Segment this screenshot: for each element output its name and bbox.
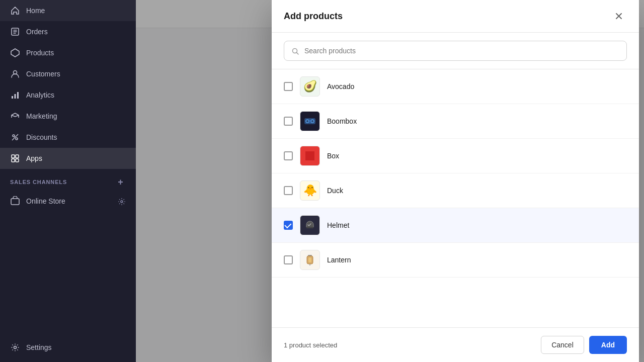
product-thumb-avocado: 🥑 xyxy=(300,76,320,97)
add-button[interactable]: Add xyxy=(589,336,627,354)
sidebar: Home Orders Products Customers xyxy=(0,0,136,362)
search-icon xyxy=(291,46,299,55)
svg-rect-12 xyxy=(16,159,19,162)
home-icon xyxy=(10,6,20,16)
sidebar-item-home-label: Home xyxy=(26,7,45,15)
marketing-icon xyxy=(10,111,20,121)
product-name-box: Box xyxy=(327,152,339,160)
sidebar-item-products[interactable]: Products xyxy=(0,42,136,63)
sidebar-item-settings-label: Settings xyxy=(26,343,52,351)
search-wrapper xyxy=(284,41,627,61)
sidebar-item-home[interactable]: Home xyxy=(0,0,136,21)
svg-rect-9 xyxy=(12,155,15,158)
svg-rect-4 xyxy=(15,94,16,99)
sidebar-item-orders-label: Orders xyxy=(26,28,48,36)
svg-rect-22 xyxy=(306,227,313,228)
customers-icon xyxy=(10,69,20,79)
footer-buttons: Cancel Add xyxy=(541,336,627,354)
add-sales-channel-button[interactable]: + xyxy=(116,177,126,187)
settings-icon xyxy=(10,342,20,352)
sidebar-item-apps-label: Apps xyxy=(26,154,42,162)
online-store-icon xyxy=(10,196,20,206)
sidebar-item-discounts[interactable]: Discounts xyxy=(0,127,136,148)
sales-channels-header: SALES CHANNELS + xyxy=(0,169,136,191)
svg-rect-10 xyxy=(16,155,19,158)
product-checkbox-avocado[interactable] xyxy=(284,82,293,91)
svg-point-7 xyxy=(16,138,18,140)
svg-point-15 xyxy=(14,346,17,349)
product-name-duck: Duck xyxy=(327,187,343,195)
sidebar-item-customers[interactable]: Customers xyxy=(0,63,136,84)
sidebar-item-marketing-label: Marketing xyxy=(26,112,57,120)
sidebar-item-customers-label: Customers xyxy=(26,70,60,78)
product-name-avocado: Avocado xyxy=(327,82,354,90)
sidebar-item-analytics-label: Analytics xyxy=(26,91,54,99)
svg-rect-21 xyxy=(305,151,314,160)
search-input[interactable] xyxy=(304,47,619,55)
modal-close-button[interactable] xyxy=(611,8,627,24)
modal-footer: 1 product selected Cancel Add xyxy=(272,327,639,362)
product-thumb-lantern xyxy=(300,250,320,270)
sidebar-item-products-label: Products xyxy=(26,49,54,57)
orders-icon xyxy=(10,27,20,37)
products-icon xyxy=(10,48,20,58)
svg-rect-20 xyxy=(309,120,311,123)
selected-count: 1 product selected xyxy=(284,341,337,349)
cancel-button[interactable]: Cancel xyxy=(541,336,584,354)
sidebar-item-orders[interactable]: Orders xyxy=(0,21,136,42)
sidebar-item-analytics[interactable]: Analytics xyxy=(0,84,136,106)
sidebar-item-marketing[interactable]: Marketing xyxy=(0,106,136,127)
product-checkbox-boombox[interactable] xyxy=(284,117,293,126)
product-item-duck[interactable]: 🐥 Duck xyxy=(272,173,639,208)
svg-rect-26 xyxy=(308,257,311,262)
product-list: 🥑 Avocado Boombox xyxy=(272,69,639,327)
product-item-lantern[interactable]: Lantern xyxy=(272,243,639,278)
product-thumb-box xyxy=(300,146,320,166)
svg-rect-3 xyxy=(12,96,13,99)
product-thumb-boombox xyxy=(300,111,320,131)
sidebar-item-settings[interactable]: Settings xyxy=(0,337,136,358)
svg-point-14 xyxy=(121,201,123,203)
product-thumb-duck: 🐥 xyxy=(300,180,320,201)
analytics-icon xyxy=(10,90,20,100)
modal-search-section xyxy=(272,33,639,69)
product-name-helmet: Helmet xyxy=(327,221,349,229)
product-name-boombox: Boombox xyxy=(327,117,357,125)
product-checkbox-duck[interactable] xyxy=(284,186,293,195)
product-item-box[interactable]: Box xyxy=(272,139,639,173)
product-item-avocado[interactable]: 🥑 Avocado xyxy=(272,69,639,104)
product-item-boombox[interactable]: Boombox xyxy=(272,104,639,139)
sidebar-item-discounts-label: Discounts xyxy=(26,133,57,141)
product-checkbox-helmet[interactable] xyxy=(284,221,293,230)
svg-marker-1 xyxy=(11,49,19,57)
product-thumb-helmet xyxy=(300,215,320,235)
main-content: by VNTANA lease make sure it has been nv… xyxy=(136,0,644,362)
sidebar-item-apps[interactable]: Apps xyxy=(0,148,136,169)
product-item-helmet[interactable]: Helmet xyxy=(272,208,639,243)
apps-icon xyxy=(10,153,20,163)
svg-point-6 xyxy=(13,135,15,137)
product-name-lantern: Lantern xyxy=(327,256,351,264)
svg-rect-11 xyxy=(12,159,15,162)
modal-title: Add products xyxy=(284,11,343,22)
sidebar-item-online-store[interactable]: Online Store xyxy=(0,191,136,211)
modal-header: Add products xyxy=(272,0,639,33)
product-checkbox-lantern[interactable] xyxy=(284,255,293,264)
svg-rect-5 xyxy=(17,92,19,99)
add-products-modal: Add products xyxy=(272,0,639,362)
discounts-icon xyxy=(10,132,20,142)
online-store-settings-icon[interactable] xyxy=(118,197,126,205)
product-checkbox-box[interactable] xyxy=(284,151,293,160)
svg-rect-13 xyxy=(11,199,19,205)
